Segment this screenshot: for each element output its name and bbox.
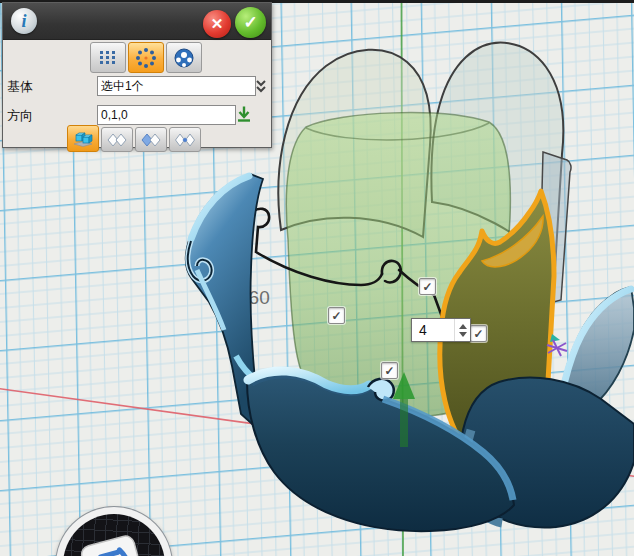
spinner-up-icon[interactable]	[459, 324, 467, 329]
option-4-button[interactable]	[169, 127, 201, 152]
pattern-count-input[interactable]: 4	[411, 318, 471, 342]
instance-checkbox-2[interactable]: ✓	[328, 307, 345, 324]
confirm-check-icon: ✓	[243, 12, 257, 33]
cancel-button[interactable]: ✕	[203, 10, 231, 38]
instance-checkbox-3[interactable]: ✓	[470, 325, 487, 342]
option-2-button[interactable]	[101, 127, 133, 152]
check-icon: ✓	[384, 365, 394, 377]
option-add-solid-button[interactable]	[67, 125, 99, 152]
check-icon: ✓	[473, 328, 483, 340]
count-spinner	[454, 319, 470, 341]
info-glyph: i	[21, 11, 26, 32]
option-3-button[interactable]	[135, 127, 167, 152]
pattern-count-value: 4	[412, 322, 454, 338]
instance-checkbox-4[interactable]: ✓	[381, 362, 398, 379]
check-icon: ✓	[331, 310, 341, 322]
base-field-label: 基体	[7, 78, 33, 96]
linear-pattern-icon	[98, 49, 118, 67]
close-icon: ✕	[211, 15, 224, 33]
diamonds-center-dot-icon	[174, 132, 196, 148]
base-field-row: 基体	[3, 76, 271, 96]
spinner-down-icon[interactable]	[459, 332, 467, 337]
pick-direction-arrow-icon[interactable]	[235, 105, 253, 123]
pattern-type-toolbar	[90, 42, 202, 73]
info-icon: i	[11, 8, 37, 34]
pattern-dialog: i ✕ ✓	[2, 2, 272, 148]
direction-field-label: 方向	[7, 107, 33, 125]
dialog-titlebar[interactable]: i ✕ ✓	[3, 3, 271, 40]
direction-input[interactable]	[97, 105, 236, 125]
circular-pattern-button[interactable]	[128, 42, 164, 73]
cubes-solid-icon	[72, 130, 94, 148]
boolean-option-toolbar	[67, 125, 201, 152]
base-selection-input[interactable]	[97, 76, 256, 96]
diamond-blue-white-icon	[140, 132, 162, 148]
app-logo-inner	[63, 514, 165, 556]
check-icon: ✓	[422, 281, 432, 293]
confirm-button[interactable]: ✓	[235, 7, 266, 38]
circular-pattern-icon	[135, 47, 157, 69]
instance-checkbox-1[interactable]: ✓	[419, 278, 436, 295]
sphere-pattern-icon	[173, 47, 195, 69]
cad-application-window: { "dialog": { "title_icon_glyph": "i", "…	[0, 0, 634, 556]
sphere-pattern-button[interactable]	[166, 42, 202, 73]
linear-pattern-button[interactable]	[90, 42, 126, 73]
double-chevron-down-icon[interactable]	[254, 78, 268, 94]
diamonds-white-icon	[106, 132, 128, 148]
direction-field-row: 方向	[3, 105, 271, 125]
app-logo-cube-icon	[63, 514, 165, 556]
